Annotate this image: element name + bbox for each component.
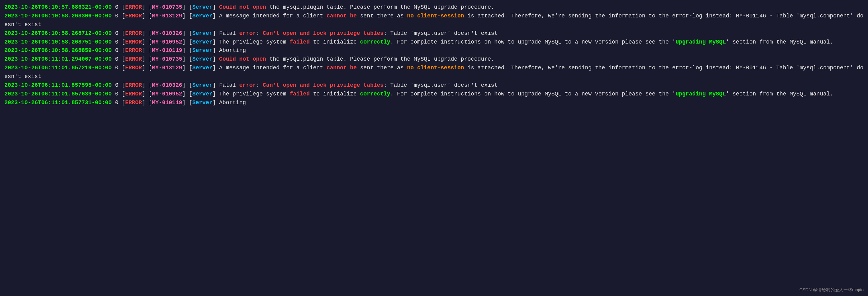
normal-text: [: [118, 4, 125, 10]
server-tag-text: Server: [192, 39, 213, 45]
server-tag-text: Server: [192, 65, 213, 71]
cant-open-text: Can't open and lock privilege tables: [263, 82, 384, 88]
normal-text: [: [118, 56, 125, 62]
normal-text: ] The privilege system: [213, 39, 289, 45]
server-tag-text: Server: [192, 82, 213, 88]
normal-text: to initialize: [310, 91, 360, 97]
failed-text: failed: [289, 91, 310, 97]
normal-text: ] [: [182, 30, 192, 36]
normal-text: [: [118, 82, 125, 88]
normal-text: [112, 91, 115, 97]
ts-text: 2023-10-26T06:11:01.857595-00:00: [4, 82, 112, 88]
normal-text: ] [: [142, 91, 152, 97]
code-text: MY-010119: [152, 99, 182, 106]
server-tag-text: Server: [192, 47, 213, 54]
normal-text: sent there as: [356, 65, 407, 71]
cant-open-text: Can't open and lock privilege tables: [263, 30, 384, 36]
code-text: MY-010119: [152, 47, 182, 54]
code-text: MY-010952: [152, 91, 182, 97]
ts-text: 2023-10-26T06:10:58.268859-00:00: [4, 47, 112, 54]
normal-text: ] [: [182, 65, 192, 71]
upgrading-text: Upgrading MySQL: [675, 39, 726, 45]
normal-text: ] [: [142, 30, 152, 36]
normal-text: : Table 'mysql.user' doesn't exist: [384, 82, 498, 88]
code-text: MY-010326: [152, 30, 182, 36]
normal-text: [112, 30, 115, 36]
normal-text: ] [: [142, 13, 152, 19]
server-tag-text: Server: [192, 56, 213, 62]
error-tag-text: ERROR: [125, 82, 142, 88]
normal-text: ] [: [142, 56, 152, 62]
normal-text: ] A message intended for a client: [213, 13, 327, 19]
server-tag-text: Server: [192, 13, 213, 19]
normal-text: ] [: [182, 82, 192, 88]
normal-text: . For complete instructions on how to up…: [390, 39, 675, 45]
normal-text: . For complete instructions on how to up…: [390, 91, 675, 97]
normal-text: ]: [213, 4, 219, 10]
code-text: MY-013129: [152, 13, 182, 19]
normal-text: ] [: [182, 91, 192, 97]
normal-text: to initialize: [310, 39, 360, 45]
log-line-2: 2023-10-26T06:10:58.268306-00:00 0 [ERRO…: [4, 12, 864, 29]
normal-text: [: [118, 13, 125, 19]
no-client-text: no client-session: [407, 13, 464, 19]
ts-text: 2023-10-26T06:10:58.268712-00:00: [4, 30, 112, 36]
thread-text: 0: [115, 4, 118, 10]
ts-text: 2023-10-26T06:11:01.857219-00:00: [4, 65, 112, 71]
log-line-8: 2023-10-26T06:11:01.857595-00:00 0 [ERRO…: [4, 81, 864, 90]
error-tag-text: ERROR: [125, 65, 142, 71]
normal-text: :: [256, 30, 263, 36]
normal-text: ] The privilege system: [213, 91, 289, 97]
error-tag-text: ERROR: [125, 13, 142, 19]
could-not-open-text: Could not open: [219, 4, 266, 10]
normal-text: ] [: [142, 4, 152, 10]
normal-text: ' section from the MySQL manual.: [726, 91, 833, 97]
error-tag-text: ERROR: [125, 30, 142, 36]
cannot-be-text: cannot be: [327, 65, 356, 71]
normal-text: ] [: [142, 82, 152, 88]
log-line-6: 2023-10-26T06:11:01.294067-00:00 0 [ERRO…: [4, 55, 864, 64]
normal-text: ' section from the MySQL manual.: [726, 39, 833, 45]
normal-text: [: [118, 47, 125, 54]
log-line-7: 2023-10-26T06:11:01.857219-00:00 0 [ERRO…: [4, 64, 864, 81]
log-container: 2023-10-26T06:10:57.686321-00:00 0 [ERRO…: [4, 3, 864, 107]
normal-text: [112, 47, 115, 54]
ts-text: 2023-10-26T06:10:57.686321-00:00: [4, 4, 112, 10]
normal-text: [: [118, 65, 125, 71]
log-line-1: 2023-10-26T06:10:57.686321-00:00 0 [ERRO…: [4, 3, 864, 12]
normal-text: [112, 99, 115, 106]
error-tag-text: ERROR: [125, 47, 142, 54]
no-client-text: no client-session: [407, 65, 464, 71]
normal-text: [: [118, 91, 125, 97]
failed-text: error: [239, 30, 256, 36]
log-line-4: 2023-10-26T06:10:58.268751-00:00 0 [ERRO…: [4, 38, 864, 47]
normal-text: [112, 39, 115, 45]
normal-text: ] [: [182, 13, 192, 19]
error-tag-text: ERROR: [125, 99, 142, 106]
ts-text: 2023-10-26T06:11:01.857639-00:00: [4, 91, 112, 97]
log-line-9: 2023-10-26T06:11:01.857639-00:00 0 [ERRO…: [4, 90, 864, 98]
normal-text: [112, 13, 115, 19]
correctly-text: correctly: [360, 39, 390, 45]
ts-text: 2023-10-26T06:10:58.268751-00:00: [4, 39, 112, 45]
code-text: MY-010326: [152, 82, 182, 88]
thread-text: 0: [115, 30, 118, 36]
error-tag-text: ERROR: [125, 4, 142, 10]
code-text: MY-013129: [152, 65, 182, 71]
cannot-be-text: cannot be: [327, 13, 356, 19]
normal-text: ] Aborting: [213, 47, 246, 54]
thread-text: 0: [115, 65, 118, 71]
normal-text: ] A message intended for a client: [213, 65, 327, 71]
code-text: MY-010735: [152, 4, 182, 10]
error-tag-text: ERROR: [125, 91, 142, 97]
thread-text: 0: [115, 56, 118, 62]
thread-text: 0: [115, 47, 118, 54]
normal-text: :: [256, 82, 263, 88]
normal-text: sent there as: [356, 13, 407, 19]
normal-text: [112, 56, 115, 62]
normal-text: ] [: [142, 39, 152, 45]
normal-text: [112, 65, 115, 71]
upgrading-text: Upgrading MySQL: [675, 91, 726, 97]
thread-text: 0: [115, 39, 118, 45]
normal-text: the mysql.plugin table. Please perform t…: [266, 56, 495, 62]
